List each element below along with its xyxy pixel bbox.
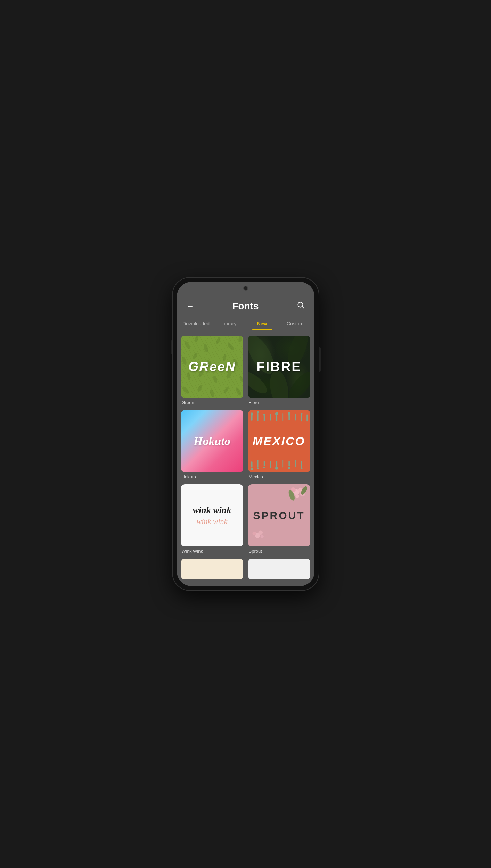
svg-point-9 [191,352,198,360]
font-label-sprout: Sprout [248,549,310,554]
svg-point-3 [194,336,199,343]
side-button-right [319,347,321,372]
svg-point-36 [275,412,278,415]
font-card-partial-left[interactable] [181,559,243,579]
search-icon [297,301,305,311]
tab-new[interactable]: New [246,317,279,330]
svg-line-1 [302,307,304,309]
svg-rect-30 [257,413,258,421]
svg-rect-57 [301,461,302,467]
svg-point-31 [257,411,259,413]
svg-rect-46 [257,460,258,467]
font-card-fibre[interactable]: FIBRE Fibre [248,336,310,405]
svg-point-47 [257,468,259,469]
font-thumbnail-fibre: FIBRE [248,336,310,398]
font-card-partial-right[interactable] [248,559,310,579]
svg-rect-41 [301,415,302,421]
phone-screen: ← Fonts Downloaded Library New Cu [177,282,314,586]
svg-point-19 [197,385,203,393]
side-button-left [171,340,172,354]
svg-point-45 [251,468,253,470]
svg-point-22 [235,387,242,396]
page-title: Fonts [232,301,259,312]
svg-point-8 [181,356,187,365]
svg-point-18 [181,386,190,395]
search-button[interactable] [296,300,306,312]
svg-rect-50 [270,461,271,468]
back-button[interactable]: ← [185,300,196,312]
font-grid: GReeN Green [181,336,310,579]
svg-point-69 [260,535,263,538]
svg-point-7 [238,336,242,342]
svg-rect-56 [295,460,296,467]
svg-rect-35 [276,415,277,421]
phone-frame: ← Fonts Downloaded Library New Cu [173,278,319,590]
wink-display-text2: wink wink [197,517,228,526]
sprout-display-text: SPROUT [253,510,305,521]
font-card-hokuto[interactable]: Hokuto Hokuto [181,410,243,479]
svg-rect-38 [288,415,290,420]
status-bar [177,282,314,294]
font-card-green[interactable]: GReeN Green [181,336,243,405]
svg-rect-32 [263,416,265,421]
svg-rect-28 [251,415,252,421]
svg-point-10 [205,359,212,368]
svg-point-5 [215,336,221,344]
svg-point-33 [263,414,265,416]
svg-point-67 [252,532,256,535]
svg-point-55 [288,467,290,469]
svg-point-11 [222,353,227,361]
font-thumbnail-mexico: MEXICO [248,410,310,472]
svg-point-21 [222,386,229,394]
svg-rect-34 [270,414,271,421]
font-thumbnail-hokuto: Hokuto [181,410,243,472]
font-thumbnail-wink: wink wink wink wink [181,484,243,546]
font-card-mexico[interactable]: MEXICO Mexico [248,410,310,479]
svg-point-14 [197,368,205,378]
svg-point-12 [231,358,239,366]
font-label-hokuto: Hokuto [181,474,243,479]
font-thumbnail-green: GReeN [181,336,243,398]
svg-rect-43 [306,415,308,422]
camera-dot [243,286,248,291]
tab-custom[interactable]: Custom [279,317,312,330]
svg-rect-37 [282,413,283,421]
font-card-wink[interactable]: wink wink wink wink Wink Wink [181,484,243,554]
svg-point-4 [203,343,209,353]
font-label-mexico: Mexico [248,474,310,479]
svg-point-68 [258,530,263,535]
tab-library[interactable]: Library [213,317,246,330]
font-thumbnail-sprout: SPROUT [248,484,310,546]
svg-point-17 [238,376,243,383]
svg-point-13 [186,372,191,380]
svg-rect-53 [282,460,283,467]
svg-rect-54 [288,461,290,467]
tab-downloaded[interactable]: Downloaded [180,317,213,330]
font-thumbnail-partial-right [248,559,310,579]
svg-point-52 [275,467,278,470]
svg-point-58 [301,467,302,469]
app-screen: ← Fonts Downloaded Library New Cu [177,294,314,586]
svg-point-39 [288,412,290,415]
svg-point-63 [295,494,299,498]
font-label-fibre: Fibre [248,400,310,405]
svg-point-15 [212,375,218,383]
font-card-sprout[interactable]: SPROUT Sprout [248,484,310,554]
fibre-display-text: FIBRE [257,359,302,374]
app-header: ← Fonts [177,294,314,317]
wink-display-text1: wink wink [193,505,231,516]
svg-point-16 [226,370,232,379]
font-label-wink: Wink Wink [181,549,243,554]
svg-point-20 [209,389,215,398]
mexico-display-text: MEXICO [253,434,305,448]
font-label-green: Green [181,400,243,405]
font-scroll-area[interactable]: GReeN Green [177,330,314,586]
svg-rect-51 [276,461,277,467]
svg-rect-44 [251,461,252,468]
hokuto-display-text: Hokuto [194,435,230,448]
svg-point-29 [251,412,253,415]
tabs-bar: Downloaded Library New Custom [177,317,314,330]
svg-point-2 [183,340,191,350]
svg-rect-40 [295,414,296,421]
back-icon: ← [187,302,194,311]
